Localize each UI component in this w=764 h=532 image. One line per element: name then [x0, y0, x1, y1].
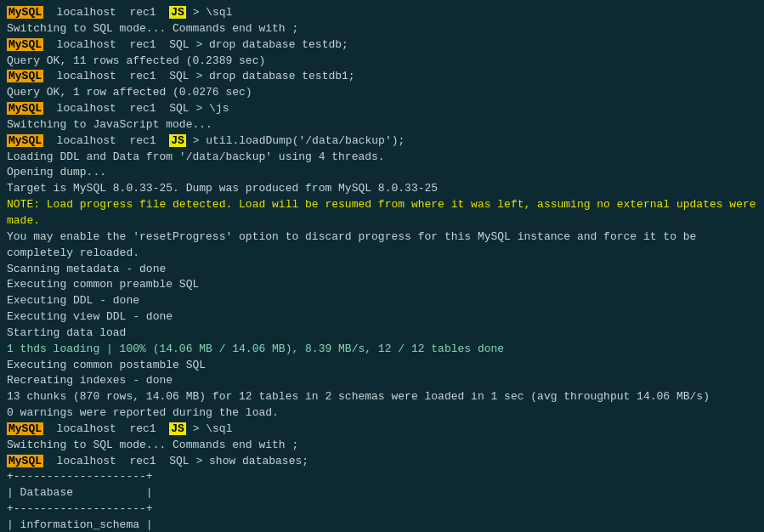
terminal-line: MySQL localhost rec1 JS > util.loadDump(… [7, 133, 757, 150]
terminal-line: MySQL localhost rec1 SQL > \js [7, 101, 757, 117]
terminal-line: MySQL localhost rec1 JS > \sql [7, 422, 757, 438]
terminal-line: You may enable the 'resetProgress' optio… [7, 229, 757, 262]
terminal-line: Starting data load [7, 325, 757, 342]
terminal-line: Target is MySQL 8.0.33-25. Dump was prod… [7, 181, 757, 197]
terminal-line: Switching to SQL mode... Commands end wi… [7, 21, 757, 37]
terminal-line-table-border: +--------------------+ [7, 469, 757, 485]
terminal-line-note: NOTE: Load progress file detected. Load … [7, 197, 757, 229]
terminal-line-table-row: | information_schema | [7, 518, 757, 532]
terminal-line: Executing view DDL - done [7, 309, 757, 325]
terminal-line: 13 chunks (870 rows, 14.06 MB) for 12 ta… [7, 389, 757, 405]
terminal-line-table-border: +--------------------+ [7, 501, 757, 518]
terminal-line-highlight: 1 thds loading | 100% (14.06 MB / 14.06 … [7, 342, 757, 358]
terminal-line: Executing common preamble SQL [7, 277, 757, 293]
terminal: MySQL localhost rec1 JS > \sqlSwitching … [7, 5, 757, 532]
terminal-line: Query OK, 1 row affected (0.0276 sec) [7, 85, 757, 101]
terminal-line: MySQL localhost rec1 JS > \sql [7, 5, 757, 21]
terminal-line: Recreating indexes - done [7, 373, 757, 389]
terminal-line: Opening dump... [7, 165, 757, 181]
terminal-line: Scanning metadata - done [7, 262, 757, 278]
terminal-line: 0 warnings were reported during the load… [7, 405, 757, 422]
terminal-line-table-header: | Database | [7, 485, 757, 501]
terminal-line: Switching to SQL mode... Commands end wi… [7, 438, 757, 454]
terminal-line: MySQL localhost rec1 SQL > drop database… [7, 69, 757, 85]
terminal-line: Executing DDL - done [7, 293, 757, 309]
terminal-line: Query OK, 11 rows affected (0.2389 sec) [7, 54, 757, 70]
terminal-line: MySQL localhost rec1 SQL > show database… [7, 454, 757, 470]
terminal-line: Loading DDL and Data from '/data/backup'… [7, 150, 757, 166]
terminal-line: MySQL localhost rec1 SQL > drop database… [7, 37, 757, 54]
terminal-line: Switching to JavaScript mode... [7, 117, 757, 133]
terminal-line: Executing common postamble SQL [7, 358, 757, 374]
